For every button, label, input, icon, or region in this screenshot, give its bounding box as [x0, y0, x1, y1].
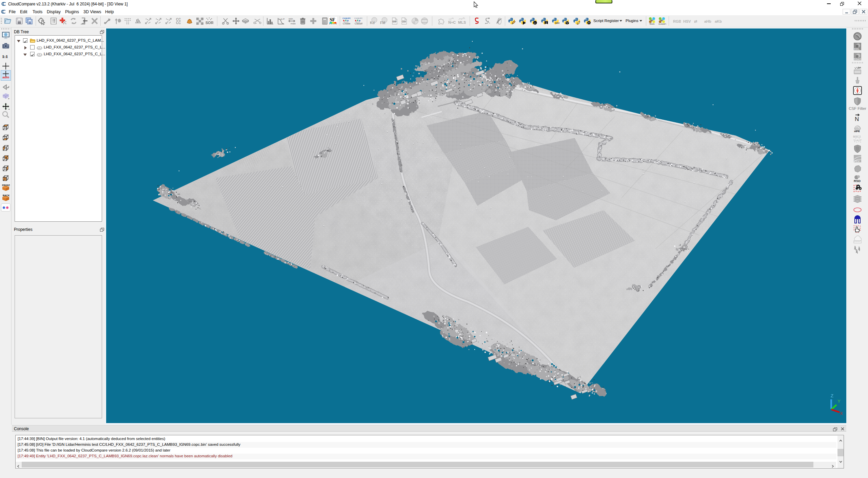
svg-text:⇄: ⇄ — [694, 19, 697, 23]
svg-text:min: min — [289, 17, 293, 20]
svg-text:max: max — [291, 22, 296, 25]
svg-text:PCV: PCV — [854, 160, 860, 163]
svg-text:SF: SF — [330, 17, 335, 22]
svg-text:CANUPO: CANUPO — [342, 17, 351, 19]
svg-text:N: N — [855, 116, 859, 122]
svg-text:Classify: Classify — [355, 22, 362, 25]
svg-text:TRAIN: TRAIN — [649, 23, 654, 25]
svg-text:CANUPO: CANUPO — [354, 17, 362, 19]
svg-text:3D: 3D — [660, 19, 663, 21]
svg-text:Y: Y — [837, 399, 841, 404]
svg-text:CLASSIFY: CLASSIFY — [658, 23, 666, 25]
svg-text:M3C2: M3C2 — [853, 135, 861, 138]
svg-text:>>>: >>> — [555, 21, 559, 25]
svg-text:CSV: CSV — [402, 20, 407, 23]
svg-text:auto: auto — [2, 75, 9, 79]
svg-text:X: X — [840, 411, 843, 416]
svg-text:1:1: 1:1 — [2, 54, 8, 59]
svg-text:BACK: BACK — [3, 194, 9, 197]
svg-text:FM: FM — [380, 21, 385, 25]
svg-text:HPR: HPR — [854, 130, 860, 133]
svg-text:EDL: EDL — [854, 47, 860, 51]
svg-text:SHP: SHP — [392, 20, 397, 23]
svg-text:RGB: RGB — [673, 19, 681, 23]
svg-text:FRONT: FRONT — [2, 184, 10, 186]
svg-text:μ,σ: μ,σ — [281, 17, 284, 20]
svg-text:Z: Z — [831, 393, 833, 398]
svg-text:HSV: HSV — [683, 19, 691, 23]
svg-text:MLS: MLS — [458, 20, 466, 24]
svg-text:SOR: SOR — [205, 21, 213, 25]
svg-text:RSD: RSD — [854, 179, 861, 183]
svg-text:aHb: aHb — [704, 19, 711, 23]
svg-text:SSAO: SSAO — [854, 58, 861, 61]
svg-text:N+C: N+C — [448, 20, 456, 24]
svg-text:CC: CC — [176, 21, 181, 25]
svg-text:Kd: Kd — [370, 21, 375, 25]
svg-text:3D: 3D — [651, 19, 653, 21]
svg-text:aKb: aKb — [715, 19, 722, 23]
svg-text:Create: Create — [343, 22, 351, 25]
